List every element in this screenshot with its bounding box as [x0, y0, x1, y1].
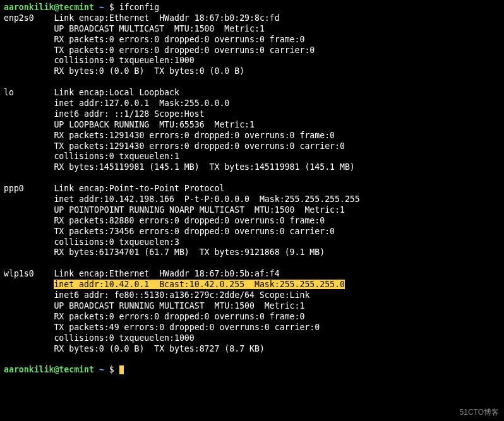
- blank-line: [4, 77, 500, 88]
- interface-name: lo: [4, 88, 54, 97]
- interface-detail: UP BROADCAST MULTICAST MTU:1500 Metric:1: [54, 24, 264, 33]
- interface-detail: Link encap:Ethernet HWaddr 18:67:b0:29:8…: [54, 13, 279, 23]
- output-line: TX packets:49 errors:0 dropped:0 overrun…: [4, 323, 500, 333]
- output-line: UP POINTOPOINT RUNNING NOARP MULTICAST M…: [4, 205, 500, 216]
- prompt-line-idle[interactable]: aaronkilik@tecmint ~ $: [4, 365, 500, 376]
- output-line: RX packets:0 errors:0 dropped:0 overruns…: [4, 35, 500, 45]
- highlighted-line: inet addr:10.42.0.1 Bcast:10.42.0.255 Ma…: [54, 280, 345, 289]
- prompt-command: [114, 3, 119, 12]
- interface-detail: RX packets:82880 errors:0 dropped:0 over…: [54, 216, 325, 225]
- prompt-user: aaronkilik: [4, 3, 54, 12]
- watermark-text: 51CTO博客: [460, 408, 499, 417]
- output-line: TX packets:0 errors:0 dropped:0 overruns…: [4, 45, 500, 56]
- output-line: inet6 addr: ::1/128 Scope:Host: [4, 109, 500, 120]
- interface-detail: Link encap:Ethernet HWaddr 18:67:b0:5b:a…: [54, 269, 279, 278]
- interface-detail: TX packets:1291430 errors:0 dropped:0 ov…: [54, 141, 345, 151]
- output-line: RX packets:0 errors:0 dropped:0 overruns…: [4, 312, 500, 323]
- output-line: RX bytes:145119981 (145.1 MB) TX bytes:1…: [4, 162, 500, 173]
- output-line: TX packets:1291430 errors:0 dropped:0 ov…: [4, 141, 500, 152]
- interface-detail: collisions:0 txqueuelen:1000: [54, 56, 194, 65]
- prompt-line[interactable]: aaronkilik@tecmint ~ $ ifconfig: [4, 3, 500, 13]
- cursor-icon: [119, 365, 124, 374]
- interface-detail: inet6 addr: fe80::5130:a136:279c:2dde/64…: [54, 290, 309, 300]
- interface-detail: RX bytes:145119981 (145.1 MB) TX bytes:1…: [54, 162, 354, 172]
- interface-name: wlp1s0: [4, 269, 54, 278]
- interface-detail: UP LOOPBACK RUNNING MTU:65536 Metric:1: [54, 120, 255, 129]
- prompt-host: tecmint: [59, 3, 94, 12]
- output-line: UP BROADCAST MULTICAST MTU:1500 Metric:1: [4, 24, 500, 35]
- output-line: collisions:0 txqueuelen:1000: [4, 56, 500, 66]
- interface-detail: RX packets:0 errors:0 dropped:0 overruns…: [54, 35, 304, 44]
- output-line: RX packets:1291430 errors:0 dropped:0 ov…: [4, 131, 500, 141]
- interface-detail: collisions:0 txqueuelen:1000: [54, 333, 194, 343]
- output-line: enp2s0 Link encap:Ethernet HWaddr 18:67:…: [4, 13, 500, 24]
- output-line: RX packets:82880 errors:0 dropped:0 over…: [4, 216, 500, 227]
- output-line: inet addr:127.0.0.1 Mask:255.0.0.0: [4, 98, 500, 109]
- interface-detail: Link encap:Point-to-Point Protocol: [54, 184, 224, 193]
- output-line: RX bytes:0 (0.0 B) TX bytes:8727 (8.7 KB…: [4, 344, 500, 355]
- interface-detail: RX bytes:61734701 (61.7 MB) TX bytes:912…: [54, 247, 325, 257]
- output-line: UP LOOPBACK RUNNING MTU:65536 Metric:1: [4, 120, 500, 131]
- interface-detail: UP POINTOPOINT RUNNING NOARP MULTICAST M…: [54, 205, 345, 215]
- interface-detail: TX packets:73456 errors:0 dropped:0 over…: [54, 227, 335, 236]
- output-line: RX bytes:0 (0.0 B) TX bytes:0 (0.0 B): [4, 66, 500, 77]
- interface-detail: RX packets:0 errors:0 dropped:0 overruns…: [54, 312, 304, 321]
- interface-detail: RX bytes:0 (0.0 B) TX bytes:8727 (8.7 KB…: [54, 344, 264, 353]
- output-line: inet addr:10.142.198.166 P-t-P:0.0.0.0 M…: [4, 194, 500, 205]
- output-line: ppp0 Link encap:Point-to-Point Protocol: [4, 184, 500, 194]
- output-line: inet6 addr: fe80::5130:a136:279c:2dde/64…: [4, 290, 500, 301]
- blank-line: [4, 173, 500, 184]
- interface-detail: inet addr:10.142.198.166 P-t-P:0.0.0.0 M…: [54, 194, 359, 204]
- interface-detail: RX packets:1291430 errors:0 dropped:0 ov…: [54, 131, 335, 140]
- output-line: collisions:0 txqueuelen:1: [4, 151, 500, 162]
- output-line: lo Link encap:Local Loopback: [4, 88, 500, 98]
- output-line: RX bytes:61734701 (61.7 MB) TX bytes:912…: [4, 247, 500, 258]
- output-line: wlp1s0 Link encap:Ethernet HWaddr 18:67:…: [4, 269, 500, 280]
- output-line: collisions:0 txqueuelen:1000: [4, 333, 500, 344]
- interface-detail: collisions:0 txqueuelen:1: [54, 151, 179, 161]
- blank-line: [4, 354, 500, 365]
- interface-name: enp2s0: [4, 13, 54, 23]
- interface-detail: UP BROADCAST RUNNING MULTICAST MTU:1500 …: [54, 301, 304, 311]
- output-line: TX packets:73456 errors:0 dropped:0 over…: [4, 227, 500, 237]
- interface-detail: inet6 addr: ::1/128 Scope:Host: [54, 109, 204, 119]
- interface-detail: RX bytes:0 (0.0 B) TX bytes:0 (0.0 B): [54, 66, 244, 76]
- prompt-path: [94, 3, 99, 12]
- output-line: inet addr:10.42.0.1 Bcast:10.42.0.255 Ma…: [4, 280, 500, 290]
- interface-detail: TX packets:0 errors:0 dropped:0 overruns…: [54, 45, 315, 55]
- output-line: UP BROADCAST RUNNING MULTICAST MTU:1500 …: [4, 301, 500, 312]
- terminal-output: enp2s0 Link encap:Ethernet HWaddr 18:67:…: [4, 13, 500, 365]
- interface-detail: Link encap:Local Loopback: [54, 88, 179, 97]
- output-line: collisions:0 txqueuelen:3: [4, 237, 500, 248]
- interface-detail: inet addr:127.0.0.1 Mask:255.0.0.0: [54, 98, 229, 108]
- blank-line: [4, 258, 500, 269]
- interface-detail: collisions:0 txqueuelen:3: [54, 237, 179, 247]
- interface-name: ppp0: [4, 184, 54, 193]
- prompt-dollar: [104, 3, 109, 12]
- interface-detail: TX packets:49 errors:0 dropped:0 overrun…: [54, 323, 320, 332]
